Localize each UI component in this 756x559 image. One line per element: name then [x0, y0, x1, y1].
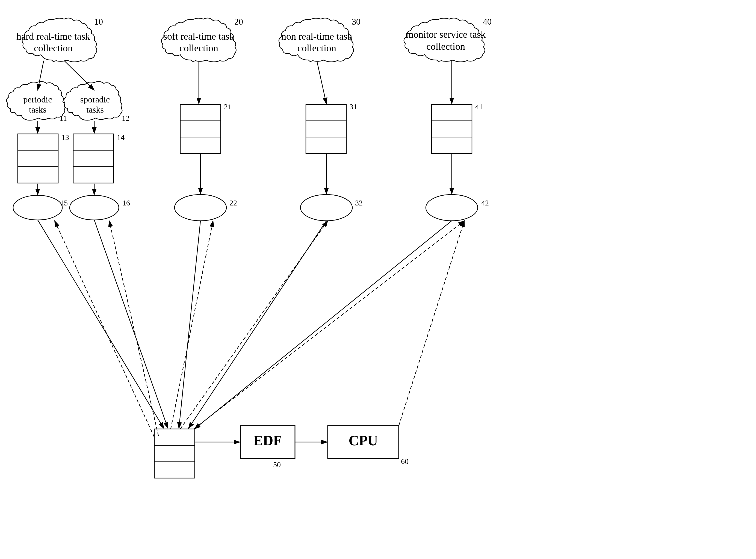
ref-13: 13	[62, 133, 69, 141]
svg-rect-5	[73, 134, 114, 183]
queue-31	[306, 104, 346, 154]
dashed-main-to-22	[171, 221, 213, 429]
edf-label: EDF	[253, 433, 282, 448]
svg-rect-17	[154, 429, 195, 478]
svg-rect-11	[306, 104, 346, 154]
cloud-periodic-label2: tasks	[29, 105, 46, 114]
ref-11: 11	[60, 114, 67, 122]
cloud-sporadic-label2: tasks	[86, 105, 104, 114]
arrow-30-to-31	[317, 61, 326, 104]
cloud-hard-rt-label: hard real-time task	[16, 31, 90, 42]
scheduler-16	[70, 195, 119, 220]
cloud-monitor: monitor service task collection	[404, 18, 486, 62]
cloud-soft-rt-label: soft real-time task	[163, 31, 234, 42]
scheduler-15	[13, 195, 62, 220]
diagram: hard real-time task collection 10 period…	[0, 0, 756, 559]
cloud-periodic: periodic tasks	[6, 82, 65, 120]
ref-30: 30	[352, 17, 361, 26]
ref-32: 32	[355, 199, 363, 207]
arrow-15-to-main	[38, 220, 164, 428]
cloud-hard-rt: hard real-time task collection	[16, 18, 97, 62]
dashed-cpu-to-42	[399, 221, 464, 426]
queue-14	[73, 134, 114, 183]
svg-rect-8	[180, 104, 221, 154]
ref-40: 40	[483, 17, 491, 26]
scheduler-32	[300, 195, 352, 221]
arrow-32-to-main	[188, 221, 326, 428]
dashed-main-to-15	[54, 221, 154, 437]
ref-20: 20	[234, 17, 243, 26]
svg-rect-2	[18, 134, 58, 183]
scheduler-42	[426, 195, 478, 221]
ref-50: 50	[273, 461, 281, 469]
ref-15: 15	[60, 199, 68, 207]
ref-21: 21	[224, 103, 232, 111]
dashed-main-to-42	[194, 221, 464, 429]
cloud-soft-rt-label2: collection	[179, 43, 218, 53]
ref-22: 22	[229, 199, 237, 207]
svg-rect-14	[432, 104, 472, 154]
cloud-soft-rt: soft real-time task collection	[161, 18, 236, 62]
ref-10: 10	[94, 17, 103, 26]
ref-12: 12	[122, 114, 130, 122]
cloud-non-rt-label: non real-time task	[281, 31, 352, 42]
arrow-22-to-main	[179, 221, 201, 428]
arrow-16-to-main	[94, 220, 168, 428]
ref-60: 60	[401, 457, 409, 466]
ref-14: 14	[117, 133, 124, 141]
queue-13	[18, 134, 58, 183]
queue-21	[180, 104, 221, 154]
cloud-sporadic-label: sporadic	[80, 94, 110, 104]
ref-31: 31	[350, 103, 357, 111]
dashed-main-to-16	[109, 221, 158, 436]
scheduler-22	[175, 195, 226, 221]
arrow-42-to-main	[194, 221, 452, 429]
cpu-label: CPU	[349, 433, 378, 448]
cloud-hard-rt-label2: collection	[34, 43, 73, 53]
ref-42: 42	[481, 199, 489, 207]
dashed-main-to-32	[180, 221, 328, 429]
queue-41	[432, 104, 472, 154]
cloud-non-rt-label2: collection	[297, 43, 336, 53]
cpu-box: CPU	[328, 426, 399, 459]
cloud-monitor-label2: collection	[426, 41, 465, 52]
cloud-monitor-label: monitor service task	[406, 29, 486, 40]
edf-box: EDF	[240, 426, 295, 459]
queue-main	[154, 429, 195, 478]
cloud-non-rt: non real-time task collection	[279, 18, 354, 62]
cloud-periodic-label: periodic	[23, 94, 52, 104]
ref-41: 41	[475, 103, 483, 111]
ref-16: 16	[122, 199, 130, 207]
cloud-sporadic: sporadic tasks	[64, 82, 122, 120]
